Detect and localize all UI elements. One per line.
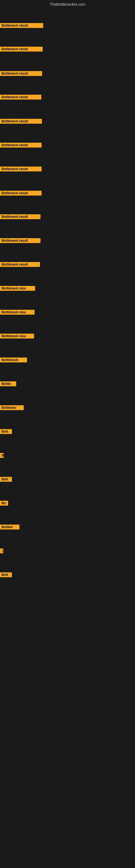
bottleneck-item-6: Bottleneck result — [0, 143, 42, 149]
bottleneck-item-17: Bottlenec — [0, 405, 24, 411]
bottleneck-item-15: Bottleneck — [0, 358, 27, 364]
bottleneck-label-2: Bottleneck result — [0, 46, 43, 52]
bottleneck-item-14: Bottleneck resu — [0, 334, 34, 340]
site-title: TheBottlenecker.com — [0, 0, 135, 8]
bottleneck-label-8: Bottleneck result — [0, 191, 42, 195]
bottleneck-item-19: B — [0, 453, 4, 459]
bottleneck-label-16: Bottle — [0, 381, 16, 386]
bottleneck-item-9: Bottleneck result — [0, 214, 41, 220]
bottleneck-label-15: Bottleneck — [0, 358, 27, 362]
bottleneck-label-21: Bo — [0, 501, 8, 506]
bottleneck-label-11: Bottleneck result — [0, 262, 40, 267]
bottleneck-label-12: Bottleneck resu — [0, 286, 35, 291]
bottleneck-item-22: Bottlen — [0, 525, 19, 531]
bottleneck-label-17: Bottlenec — [0, 405, 24, 410]
bottleneck-label-13: Bottleneck resu — [0, 310, 35, 315]
bottleneck-label-1: Bottleneck result — [0, 23, 43, 28]
bottleneck-label-24: Bott — [0, 572, 12, 577]
bottleneck-item-8: Bottleneck result — [0, 191, 42, 197]
bottleneck-item-2: Bottleneck result — [0, 46, 43, 53]
bottleneck-item-12: Bottleneck resu — [0, 286, 35, 292]
bottleneck-label-4: Bottleneck result — [0, 95, 41, 99]
bottleneck-item-20: Bott — [0, 477, 12, 483]
bottleneck-label-6: Bottleneck result — [0, 143, 42, 148]
bottleneck-label-7: Bottleneck result — [0, 166, 42, 172]
bottleneck-item-10: Bottleneck result — [0, 238, 41, 244]
bottleneck-item-11: Bottleneck result — [0, 262, 40, 268]
bottleneck-item-5: Bottleneck result — [0, 119, 42, 125]
bottleneck-item-7: Bottleneck result — [0, 166, 42, 173]
bottleneck-item-13: Bottleneck resu — [0, 310, 35, 316]
bottleneck-label-9: Bottleneck result — [0, 214, 41, 219]
bottleneck-label-14: Bottleneck resu — [0, 334, 34, 339]
bottleneck-item-21: Bo — [0, 501, 8, 507]
bottleneck-item-23: | — [0, 549, 3, 554]
bottleneck-item-4: Bottleneck result — [0, 95, 41, 101]
bottleneck-item-18: Bott — [0, 429, 12, 435]
bottleneck-label-19: B — [0, 453, 4, 458]
bottleneck-item-1: Bottleneck result — [0, 23, 43, 29]
bottleneck-label-18: Bott — [0, 429, 12, 434]
bottleneck-label-10: Bottleneck result — [0, 238, 41, 243]
bottleneck-item-16: Bottle — [0, 381, 16, 388]
bottleneck-item-3: Bottleneck result — [0, 71, 42, 77]
bottleneck-label-5: Bottleneck result — [0, 119, 42, 124]
bottleneck-label-3: Bottleneck result — [0, 71, 42, 76]
bottleneck-label-22: Bottlen — [0, 525, 19, 529]
bottleneck-item-24: Bott — [0, 572, 12, 578]
bottleneck-label-23: | — [0, 549, 3, 553]
bottleneck-label-20: Bott — [0, 477, 12, 482]
